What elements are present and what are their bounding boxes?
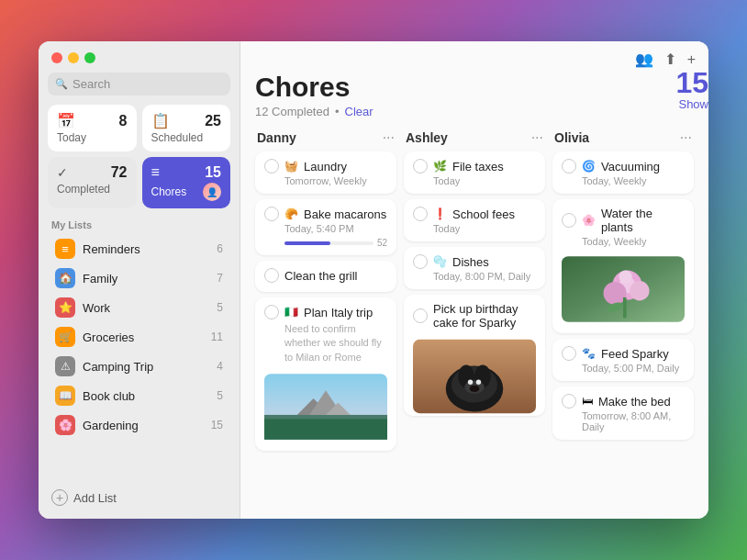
task-subtitle-bake: Today, 5:40 PM [284, 223, 387, 234]
task-title-laundry: Laundry [304, 160, 347, 174]
add-list-button[interactable]: + Add List [39, 484, 240, 511]
completed-tile[interactable]: ✓ 72 Completed [48, 157, 137, 208]
task-count: 15 [675, 68, 708, 97]
task-circle [413, 308, 428, 323]
dot-separator: • [335, 105, 340, 118]
today-icon: 📅 [57, 112, 75, 129]
task-title-taxes: File taxes [452, 160, 504, 174]
column-danny: Danny ··· 🧺 Laundry Tomorrow, Weekly 🥐 [251, 126, 400, 511]
col-header-ashley: Ashley ··· [404, 126, 545, 151]
toolbar: 👥 ⬆ + [240, 41, 708, 72]
camping-icon: ⚠ [55, 356, 75, 376]
task-bake[interactable]: 🥐 Bake macarons Today, 5:40 PM 52 [255, 199, 396, 255]
today-label: Today [57, 131, 128, 144]
task-subtitle-vacuuming: Today, Weekly [582, 175, 685, 186]
groceries-name: Groceries [83, 330, 134, 344]
search-bar[interactable]: 🔍 Search [48, 73, 230, 95]
chores-tile[interactable]: ≡ 15 Chores 👤 [142, 157, 231, 208]
fullscreen-button[interactable] [84, 52, 95, 63]
task-feed-sparky[interactable]: 🐾 Feed Sparky Today, 5:00 PM, Daily [552, 339, 694, 381]
task-birthday-cake[interactable]: Pick up birthday cake for Sparky [404, 295, 545, 416]
col-more-ashley[interactable]: ··· [531, 129, 543, 146]
progress-bar-bg [284, 241, 374, 245]
task-title-water: Water the plants [601, 207, 685, 234]
task-title-vacuuming: Vacuuming [601, 160, 660, 174]
scheduled-label: Scheduled [151, 131, 222, 144]
svg-point-19 [630, 281, 649, 300]
main-content: 👥 ⬆ + Chores 15 Show 12 Completed • Clea… [240, 41, 708, 519]
family-icon: 🏠 [55, 268, 75, 288]
task-clean-grill[interactable]: Clean the grill [255, 261, 396, 292]
task-subtitle-bed: Tomorrow, 8:00 AM, Daily [582, 410, 685, 432]
list-item-reminders[interactable]: ≡ Reminders 6 [42, 234, 236, 263]
search-input[interactable]: Search [72, 77, 110, 91]
italy-image [264, 370, 387, 443]
groceries-icon: 🛒 [55, 327, 75, 347]
close-button[interactable] [51, 52, 62, 63]
task-circle [562, 394, 576, 409]
share-people-icon[interactable]: 👥 [635, 50, 653, 68]
all-count: 72 [111, 164, 128, 181]
scheduled-icon: 📋 [151, 112, 170, 129]
work-icon: ⭐ [55, 297, 75, 318]
task-subtitle-dishes: Today, 8:00 PM, Daily [433, 271, 536, 282]
groceries-count: 11 [211, 330, 223, 343]
task-desc-italy: Need to confirm whether we should fly to… [284, 322, 387, 364]
chores-avatar: 👤 [203, 183, 221, 201]
list-item-camping[interactable]: ⚠ Camping Trip 4 [42, 352, 236, 381]
list-item-work[interactable]: ⭐ Work 5 [42, 293, 236, 322]
completed-label: Completed [57, 183, 128, 196]
list-item-gardening[interactable]: 🌸 Gardening 15 [42, 410, 236, 440]
scheduled-tile[interactable]: 📋 25 Scheduled [142, 105, 231, 151]
reminders-icon: ≡ [55, 239, 75, 259]
camping-name: Camping Trip [83, 360, 153, 374]
svg-point-12 [468, 380, 473, 385]
task-subtitle-feed: Today, 5:00 PM, Daily [582, 363, 685, 374]
list-item-groceries[interactable]: 🛒 Groceries 11 [42, 322, 236, 352]
progress-bar-fill [284, 241, 330, 245]
task-subtitle-water: Today, Weekly [582, 236, 685, 247]
task-italy[interactable]: 🇮🇹 Plan Italy trip Need to confirm wheth… [255, 297, 396, 451]
add-icon[interactable]: + [687, 51, 696, 68]
task-title-bake: Bake macarons [304, 207, 386, 221]
list-item-bookclub[interactable]: 📖 Book club 5 [42, 381, 236, 410]
share-icon[interactable]: ⬆ [664, 50, 676, 68]
task-file-taxes[interactable]: 🌿 File taxes Today [404, 151, 545, 194]
task-dishes[interactable]: 🫧 Dishes Today, 8:00 PM, Daily [404, 247, 545, 289]
task-circle [413, 159, 428, 174]
list-item-family[interactable]: 🏠 Family 7 [42, 263, 236, 293]
quick-tiles-grid: 📅 8 Today 📋 25 Scheduled ✓ 72 Completed [39, 105, 240, 216]
kanban-area: Danny ··· 🧺 Laundry Tomorrow, Weekly 🥐 [240, 126, 708, 519]
task-vacuuming[interactable]: 🌀 Vacuuming Today, Weekly [552, 151, 694, 194]
main-header: Chores 15 Show 12 Completed • Clear [240, 72, 708, 126]
task-school-fees[interactable]: ❗ School fees Today [404, 199, 545, 241]
col-name-olivia: Olivia [554, 130, 589, 145]
task-circle [264, 159, 279, 174]
bookclub-icon: 📖 [55, 386, 75, 406]
column-olivia: Olivia ··· 🌀 Vacuuming Today, Weekly 🌸 [549, 126, 697, 511]
task-make-bed[interactable]: 🛏 Make the bed Tomorrow, 8:00 AM, Daily [552, 386, 694, 440]
col-more-danny[interactable]: ··· [383, 129, 395, 146]
col-name-ashley: Ashley [406, 130, 448, 145]
task-title-feed: Feed Sparky [601, 347, 669, 361]
minimize-button[interactable] [68, 52, 79, 63]
task-circle [562, 213, 576, 228]
dog-image [413, 335, 536, 409]
today-tile[interactable]: 📅 8 Today [48, 105, 137, 151]
svg-point-13 [476, 380, 481, 385]
work-name: Work [83, 301, 110, 315]
task-subtitle-laundry: Tomorrow, Weekly [284, 175, 387, 186]
flowers-image [562, 252, 685, 326]
clear-button[interactable]: Clear [345, 105, 374, 118]
svg-point-18 [604, 282, 627, 305]
col-header-danny: Danny ··· [255, 126, 396, 151]
task-laundry[interactable]: 🧺 Laundry Tomorrow, Weekly [255, 151, 396, 194]
task-water-plants[interactable]: 🌸 Water the plants Today, Weekly [552, 199, 694, 333]
task-circle [264, 268, 279, 283]
svg-rect-5 [264, 420, 387, 440]
show-button[interactable]: Show [675, 97, 708, 111]
gardening-count: 15 [211, 419, 223, 431]
col-more-olivia[interactable]: ··· [680, 129, 692, 146]
task-title-cake: Pick up birthday cake for Sparky [433, 302, 536, 330]
add-list-label: Add List [73, 491, 117, 505]
